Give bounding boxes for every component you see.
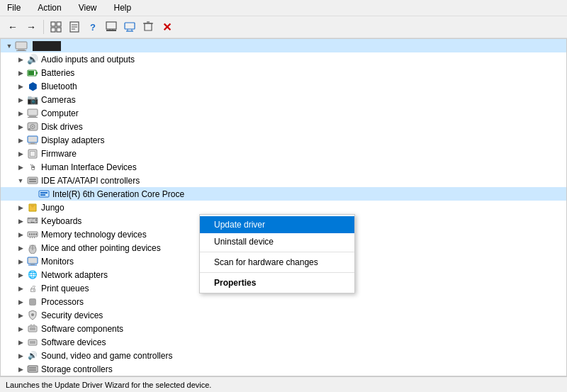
cameras-label: Cameras [41,95,76,105]
status-bar: Launches the Update Driver Wizard for th… [0,376,567,392]
menu-help[interactable]: Help [110,1,136,14]
mice-icon [26,242,39,254]
expand-soundvideo[interactable]: ▶ [15,350,26,362]
expand-jungo[interactable]: ▶ [15,202,26,213]
tree-item-hid[interactable]: ▶ 🖱 Human Interface Devices [1,160,566,174]
firmware-label: Firmware [41,149,77,159]
tree-item-processors[interactable]: ▶ Proces [1,295,566,308]
tree-item-audio[interactable]: ▶ 🔊 Audio inputs and outputs [1,52,566,66]
displayadapters-label: Display adapters [41,135,104,145]
ctx-uninstall-device[interactable]: Uninstall device [200,233,354,250]
svg-rect-26 [28,117,38,118]
device-tree[interactable]: ▼ ▶ 🔊 Audio inputs and outputs ▶ [0,38,567,376]
hid-label: Human Interface Devices [41,162,137,172]
tree-item-intel6th[interactable]: ▶ Intel(R) 6th Generation Core Proce [1,187,566,201]
expand-storagecontrollers[interactable]: ▶ [15,364,26,375]
tree-item-systemdevices[interactable]: ▶ System devices [1,376,566,376]
svg-rect-23 [28,71,34,75]
svg-rect-25 [29,116,36,117]
menu-action[interactable]: Action [33,1,65,14]
tree-item-ide[interactable]: ▼ IDE ATA/ATAPI controllers [1,174,566,187]
expand-ide[interactable]: ▼ [15,175,26,186]
delete-button[interactable]: ✕ [158,18,175,35]
svg-rect-31 [28,136,38,142]
expand-mice[interactable]: ▶ [15,242,26,254]
batteries-label: Batteries [41,68,74,78]
svg-rect-78 [28,366,38,372]
intel6th-icon [38,189,50,200]
expand-computer[interactable]: ▼ [4,40,15,52]
expand-softwarecomponents[interactable]: ▶ [15,323,26,335]
help-button[interactable]: ? [84,18,101,35]
tree-item-cameras[interactable]: ▶ 📷 Cameras [1,93,566,106]
tree-item-displayadapters[interactable]: ▶ Display adapters [1,133,566,147]
tree-item-computer[interactable]: ▼ [1,39,566,52]
mice-label: Mice and other pointing devices [41,243,161,253]
tree-item-securitydevices[interactable]: ▶ Security devices [1,308,566,322]
svg-rect-24 [28,109,38,116]
forward-button[interactable]: → [23,18,40,35]
expand-diskdrives[interactable]: ▶ [15,121,26,133]
displayadapters-icon [26,135,39,146]
tree-item-jungo[interactable]: ▶ Jungo [1,201,566,214]
menu-file[interactable]: File [3,1,25,14]
expand-audio[interactable]: ▶ [15,54,26,65]
svg-rect-40 [39,191,49,197]
svg-point-71 [31,313,34,316]
tree-item-soundvideo[interactable]: ▶ 🔊 Sound, video and game controllers [1,349,566,362]
tree-item-diskdrives[interactable]: ▶ Disk drives [1,120,566,133]
securitydevices-label: Security devices [41,310,103,320]
expand-batteries[interactable]: ▶ [15,67,26,79]
scan-button[interactable] [103,18,120,35]
ctx-properties[interactable]: Properties [200,274,354,291]
back-button[interactable]: ← [4,18,21,35]
svg-rect-77 [30,341,35,344]
expand-computer2[interactable]: ▶ [15,108,26,119]
show-hide-button[interactable] [47,18,64,35]
cameras-icon: 📷 [26,94,39,106]
firmware-icon [26,148,39,159]
tree-item-softwaredevices[interactable]: ▶ Software devices [1,335,566,349]
properties-button[interactable] [66,18,83,35]
ctx-scan-changes[interactable]: Scan for hardware changes [200,254,354,271]
expand-bluetooth[interactable]: ▶ [15,81,26,92]
expand-monitors[interactable]: ▶ [15,256,26,267]
svg-rect-45 [31,233,33,235]
expand-keyboards[interactable]: ▶ [15,215,26,227]
softwaredevices-icon [26,337,39,348]
expand-securitydevices[interactable]: ▶ [15,310,26,321]
tree-item-firmware[interactable]: ▶ Firmware [1,147,566,160]
softwarecomponents-icon [26,323,39,335]
svg-rect-8 [106,22,116,29]
tree-item-batteries[interactable]: ▶ Batteries [1,66,566,79]
ctx-update-driver[interactable]: Update driver [200,216,354,233]
memtech-label: Memory technology devices [41,230,147,240]
monitor-button[interactable] [121,18,138,35]
expand-hid[interactable]: ▶ [15,162,26,173]
processors-label: Processors [41,297,84,307]
expand-displayadapters[interactable]: ▶ [15,135,26,146]
expand-memtech[interactable]: ▶ [15,229,26,240]
tree-item-computer2[interactable]: ▶ Computer [1,106,566,120]
processors-icon [26,296,39,308]
expand-printqueues[interactable]: ▶ [15,283,26,294]
expand-firmware[interactable]: ▶ [15,148,26,159]
menu-view[interactable]: View [74,1,101,14]
batteries-icon [26,67,39,79]
ide-label: IDE ATA/ATAPI controllers [41,176,140,186]
uninstall-button[interactable] [140,18,157,35]
svg-rect-1 [57,22,61,26]
expand-softwaredevices[interactable]: ▶ [15,337,26,348]
printqueues-icon: 🖨 [26,283,39,294]
tree-item-storagecontrollers[interactable]: ▶ Storage controllers [1,362,566,376]
expand-network[interactable]: ▶ [15,269,26,281]
tree-item-bluetooth[interactable]: ▶ ⬢ Bluetooth [1,79,566,93]
bluetooth-label: Bluetooth [41,82,77,91]
expand-cameras[interactable]: ▶ [15,94,26,106]
computer2-label: Computer [41,108,79,118]
tree-item-softwarecomponents[interactable]: ▶ Software components [1,322,566,335]
toolbar-separator-1 [43,20,44,34]
expand-processors[interactable]: ▶ [15,296,26,308]
svg-rect-74 [30,325,32,327]
memtech-icon [26,229,39,240]
